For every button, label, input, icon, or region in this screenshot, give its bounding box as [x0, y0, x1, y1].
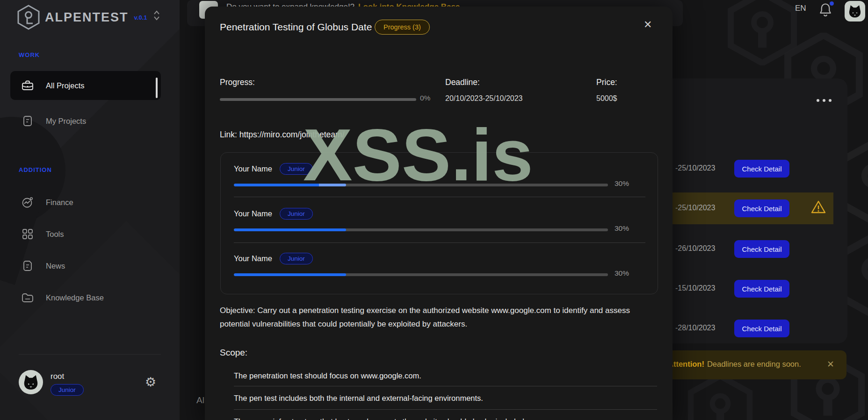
deadline-value: 20/10/2023-25/10/2023: [445, 94, 522, 103]
sidebar-item-label: My Projects: [46, 117, 86, 126]
briefcase-icon: [22, 80, 34, 91]
team-member: Your Name Junior: [234, 253, 313, 264]
gear-icon[interactable]: ⚙: [145, 375, 156, 390]
check-detail-button[interactable]: Check Detail: [734, 199, 789, 217]
divider: [234, 386, 657, 386]
deadline-label: Deadline:: [445, 78, 480, 87]
member-name: Your Name: [234, 209, 272, 218]
sidebar-item-label: Tools: [46, 230, 64, 239]
row-deadline: -25/10/2023: [675, 164, 715, 172]
member-progress-value: 30%: [615, 179, 629, 188]
overall-progress-bar: [220, 98, 416, 101]
objective-text: Objective: Carry out a penetration testi…: [220, 304, 645, 331]
news-doc-icon: [22, 260, 34, 271]
sidebar-item-knowledge-base[interactable]: Knowledge Base: [10, 284, 161, 311]
check-detail-button[interactable]: Check Detail: [734, 280, 789, 298]
sidebar-item-my-projects[interactable]: My Projects: [10, 107, 161, 135]
divider: [234, 197, 645, 197]
sidebar-item-news[interactable]: News: [10, 252, 161, 279]
scope-item: The pen test includes both the internal …: [234, 394, 655, 403]
status-badge: Progress (3): [375, 20, 430, 35]
sidebar-item-label: All Projects: [46, 81, 85, 90]
sidebar-item-label: Finance: [46, 198, 73, 207]
overall-progress-value: 0%: [420, 94, 430, 102]
section-label-addition: ADDITION: [19, 166, 52, 173]
sidebar: ALPENTEST v.0.1 WORK All Projects My Pro…: [0, 0, 180, 420]
section-label-work: WORK: [19, 51, 40, 58]
member-name: Your Name: [234, 254, 272, 263]
app-root: Do you want to expand knowledge!?Look in…: [0, 0, 868, 420]
member-progress-bar: [234, 184, 608, 186]
sidebar-collapse-icon[interactable]: [152, 9, 161, 21]
sidebar-item-finance[interactable]: Finance: [10, 189, 161, 216]
sidebar-item-tools[interactable]: Tools: [10, 221, 161, 248]
user-avatar[interactable]: [19, 370, 43, 394]
row-deadline: -25/10/2023: [675, 204, 715, 212]
hex-pattern-icon: [687, 374, 753, 420]
sidebar-scrollbar-thumb[interactable]: [156, 78, 158, 98]
sidebar-item-label: News: [46, 262, 65, 271]
cat-avatar-icon: [22, 373, 40, 392]
folder-icon: [22, 292, 34, 303]
project-link[interactable]: Link: https://miro.com/jointheteam/: [220, 130, 345, 140]
row-deadline: -15/10/2023: [675, 284, 715, 292]
check-detail-button[interactable]: Check Detail: [734, 240, 789, 258]
scope-item: The server infrastructure that hosts and…: [234, 417, 655, 420]
team-card: Your Name Junior 30% Your Name Junior 30…: [220, 152, 658, 294]
notification-dot: [830, 1, 834, 6]
card-menu-icon[interactable]: [817, 99, 832, 102]
language-selector[interactable]: EN: [795, 4, 806, 13]
user-avatar[interactable]: [845, 1, 865, 21]
user-rank-badge: Junior: [51, 384, 84, 396]
progress-label: Progress:: [220, 78, 255, 87]
row-deadline: -28/10/2023: [675, 324, 715, 332]
team-member: Your Name Junior: [234, 163, 313, 175]
member-progress-value: 30%: [615, 269, 629, 278]
sidebar-item-label: Knowledge Base: [46, 293, 104, 302]
file-lines-icon: [22, 115, 34, 127]
check-detail-button[interactable]: Check Detail: [734, 160, 789, 178]
row-deadline: -26/10/2023: [675, 244, 715, 253]
check-detail-button[interactable]: Check Detail: [734, 320, 789, 337]
project-detail-modal: Penetration Testing of Globus Date Progr…: [205, 7, 673, 420]
scope-label: Scope:: [220, 348, 247, 358]
cat-avatar-icon: [847, 3, 863, 19]
alert-title: Attention!: [668, 360, 704, 368]
brand-logo: ALPENTEST v.0.1: [17, 5, 147, 30]
member-progress-fill: [234, 273, 346, 276]
member-progress-bar: [234, 273, 608, 276]
modal-close-icon[interactable]: ✕: [644, 19, 652, 31]
alpentest-logo-icon: [17, 5, 40, 30]
username: root: [51, 372, 64, 381]
grid-icon: [22, 228, 34, 240]
brand-version: v.0.1: [134, 14, 147, 21]
warning-icon: [811, 200, 826, 214]
member-progress-fill: [234, 228, 346, 231]
member-rank-badge: Junior: [280, 208, 313, 220]
price-label: Price:: [596, 78, 617, 87]
sidebar-item-all-projects[interactable]: All Projects: [10, 71, 161, 100]
member-rank-badge: Junior: [280, 163, 313, 175]
member-rank-badge: Junior: [280, 253, 313, 264]
member-name: Your Name: [234, 164, 272, 173]
finance-chart-icon: [22, 196, 34, 208]
member-progress-fill: [234, 184, 346, 186]
divider: [234, 409, 657, 410]
divider: [234, 242, 645, 243]
alert-close-icon[interactable]: ✕: [827, 359, 834, 370]
member-progress-bar: [234, 228, 608, 231]
member-progress-value: 30%: [615, 224, 629, 233]
price-value: 5000$: [596, 94, 617, 103]
divider: [19, 354, 161, 355]
modal-title: Penetration Testing of Globus Date: [220, 21, 372, 33]
alert-message: Deadlines are ending soon.: [707, 360, 801, 368]
brand-name: ALPENTEST: [45, 10, 129, 25]
scope-item: The penetration test should focus on www…: [234, 371, 655, 380]
team-member: Your Name Junior: [234, 208, 313, 220]
